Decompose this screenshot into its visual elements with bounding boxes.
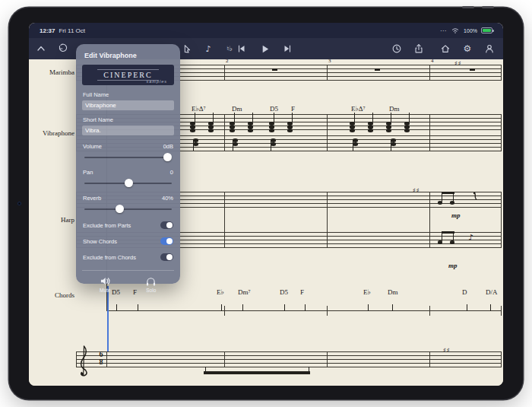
account-icon[interactable]: [483, 43, 496, 55]
note-cluster[interactable]: [391, 138, 398, 158]
full-name-input[interactable]: [82, 100, 174, 110]
chord-track-symbol[interactable]: D: [462, 288, 467, 296]
show-chords-toggle[interactable]: [160, 237, 173, 245]
share-icon[interactable]: [413, 43, 425, 55]
clock-time: 12:37: [40, 27, 55, 34]
pan-slider-knob[interactable]: [125, 179, 133, 187]
short-name-input[interactable]: [82, 126, 174, 135]
reverb-value: 40%: [162, 195, 173, 202]
eighth-note-pair[interactable]: [438, 192, 456, 205]
volume-slider-knob[interactable]: [163, 153, 172, 161]
accidental-tool-icon[interactable]: ♮♭: [223, 43, 236, 55]
chord-symbol[interactable]: E♭Δ⁷: [351, 105, 366, 113]
note-cluster[interactable]: [386, 114, 394, 134]
key-signature: ♯♯: [454, 60, 462, 67]
reverb-slider[interactable]: [84, 205, 172, 213]
chord-symbol[interactable]: E♭Δ⁷: [192, 105, 206, 113]
dynamic-marking: mp: [451, 211, 461, 219]
instrument-label-harp[interactable]: Harp: [30, 216, 74, 224]
short-name-label: Short Name: [83, 116, 174, 123]
chord-track-symbol[interactable]: E♭: [363, 288, 371, 296]
note-tool-icon[interactable]: ♪: [202, 43, 214, 55]
chord-track-symbol[interactable]: F: [300, 288, 304, 296]
note-cluster[interactable]: [230, 114, 237, 134]
note-cluster[interactable]: [271, 138, 278, 158]
front-camera: [17, 202, 21, 205]
more-dots-icon: ⋯: [440, 27, 447, 34]
solo-label: Solo: [146, 288, 156, 293]
instrument-label-vibraphone[interactable]: Vibraphone: [30, 129, 74, 137]
home-icon[interactable]: [439, 43, 451, 55]
playback-clock-icon[interactable]: [391, 43, 403, 55]
reverb-slider-knob[interactable]: [116, 205, 124, 213]
dynamic-marking: mp: [448, 262, 458, 269]
mute-button[interactable]: Mute: [100, 276, 111, 293]
exclude-from-chords-label: Exclude from Chords: [83, 254, 136, 261]
volume-button: [462, 6, 474, 8]
battery-icon: [481, 27, 492, 33]
pan-label: Pan: [83, 169, 93, 176]
exclude-from-parts-toggle[interactable]: [160, 221, 173, 229]
chord-track-line: [106, 310, 502, 311]
edit-instrument-panel: Edit Vibraphone CinePerc samples Full Na…: [76, 44, 180, 284]
panel-title: Edit Vibraphone: [84, 52, 174, 59]
panel-divider: [82, 270, 174, 271]
note-cluster[interactable]: [350, 114, 357, 134]
chord-symbol[interactable]: F: [291, 105, 295, 113]
note-cluster[interactable]: [287, 114, 295, 134]
sample-library-logo: CinePerc samples: [82, 65, 174, 85]
exclude-from-parts-label: Exclude from Parts: [83, 222, 131, 229]
headphones-icon: [145, 276, 157, 286]
status-bar: 12:37Fri 11 Oct ⋯ 100%: [29, 23, 503, 38]
play-icon[interactable]: [258, 43, 271, 55]
solo-button[interactable]: Solo: [145, 276, 157, 293]
reverb-label: Reverb: [83, 195, 101, 202]
pan-value: 0: [170, 169, 173, 176]
chord-symbol[interactable]: D5: [270, 105, 278, 113]
chord-track-symbol[interactable]: E♭: [217, 288, 224, 296]
beam: [204, 371, 310, 374]
note-cluster[interactable]: [233, 138, 240, 158]
chord-track-symbol[interactable]: Dm⁷: [238, 288, 251, 296]
volume-slider[interactable]: [84, 153, 172, 161]
volume-button: [482, 6, 494, 8]
collapse-chevron-icon[interactable]: [35, 43, 47, 55]
note-cluster[interactable]: [368, 114, 375, 134]
instrument-label-marimba[interactable]: Marimba: [30, 68, 74, 76]
note-cluster[interactable]: [190, 114, 198, 134]
skip-to-end-icon[interactable]: [281, 43, 293, 55]
chord-track-symbol[interactable]: Dm: [388, 288, 398, 296]
exclude-from-chords-toggle[interactable]: [160, 253, 173, 261]
key-signature: ♯♯: [413, 187, 420, 194]
chord-symbol[interactable]: Dm: [232, 105, 242, 113]
chord-track-symbol[interactable]: D5: [280, 288, 288, 296]
chord-track-symbol[interactable]: D/A: [486, 288, 498, 296]
pointer-tool-icon[interactable]: [181, 43, 193, 55]
eighth-note-pair[interactable]: [438, 231, 456, 245]
clock-date: Fri 11 Oct: [59, 27, 85, 34]
skip-to-start-icon[interactable]: [236, 43, 248, 55]
instrument-label-chords[interactable]: Chords: [30, 291, 74, 299]
whole-rest: [375, 68, 380, 71]
settings-gear-icon[interactable]: ⚙: [461, 43, 473, 55]
note-cluster[interactable]: [404, 114, 412, 134]
speaker-icon: [100, 276, 111, 286]
whole-rest: [272, 68, 277, 71]
pan-slider[interactable]: [84, 179, 172, 187]
chord-symbol[interactable]: Dm: [389, 105, 400, 113]
battery-percent: 100%: [464, 28, 477, 33]
eighth-rest: [473, 192, 479, 201]
note-cluster[interactable]: [353, 138, 360, 158]
time-signature-lower: 8: [97, 358, 105, 366]
ipad-device-frame: 12:37Fri 11 Oct ⋯ 100% ♪ ♮♭: [9, 8, 523, 399]
bottom-staff: [76, 351, 502, 367]
note-cluster[interactable]: [208, 114, 216, 134]
note-cluster[interactable]: [269, 114, 277, 134]
undo-icon[interactable]: [56, 43, 68, 55]
note-cluster[interactable]: [193, 138, 201, 158]
eighth-note[interactable]: ♪: [468, 233, 473, 243]
playhead-cursor[interactable]: [107, 286, 109, 351]
volume-value: 0dB: [163, 143, 173, 150]
note-cluster[interactable]: [248, 114, 255, 134]
volume-label: Volume: [83, 143, 102, 150]
